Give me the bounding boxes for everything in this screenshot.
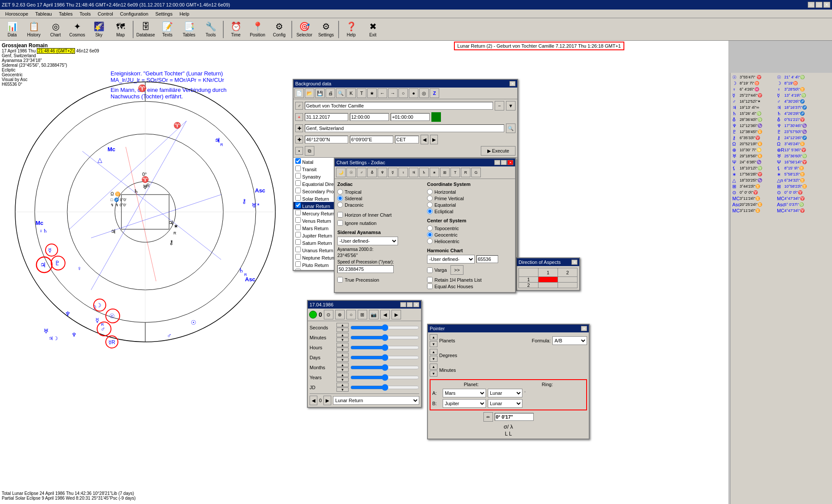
time-tb3[interactable]: ○ [346,310,356,319]
bg-zone-prev[interactable]: ◀ [421,135,428,144]
bg-location-input[interactable] [305,124,504,132]
bg-tb-k[interactable]: K [346,88,356,98]
dir-1-2[interactable] [558,277,578,283]
btn-data[interactable]: 📊 Data [2,20,23,39]
bg-lon-input[interactable] [350,136,393,143]
cs-tb9[interactable]: ♄ [419,168,429,177]
min-slider[interactable] [350,334,419,341]
cs-close-btn[interactable]: ✕ [507,160,513,165]
ptr-edit-btn[interactable]: ✏ [483,412,493,422]
ptr-min-down[interactable]: ▼ [430,371,437,377]
maximize-btn[interactable]: □ [816,2,822,8]
btn-time[interactable]: ⏰ Time [225,20,246,39]
hours-slider[interactable] [350,344,419,351]
btn-tools[interactable]: 🔧 Tools [200,20,221,39]
bg-tb-mag[interactable]: 🔍 [336,88,346,98]
menu-tables[interactable]: Tables [55,10,76,17]
bg-loc-icon[interactable]: ✚ [295,124,303,132]
cs-tb-g[interactable]: G [471,168,481,177]
ptr-b-ring[interactable]: Lunar [488,399,522,408]
sec-down[interactable]: ▼ [336,328,349,332]
cs-tb3[interactable]: ♂ [357,168,366,177]
bg-zone-next[interactable]: ▶ [430,135,438,144]
btn-selector[interactable]: 🎯 Selector [294,20,315,39]
days-up[interactable]: ▲ [336,353,349,357]
bg-tb-ring[interactable]: ◎ [419,88,429,98]
years-slider[interactable] [350,374,419,381]
minimize-btn[interactable]: ─ [808,2,815,8]
ptr-formula-select[interactable]: A/B [552,336,587,345]
cs-tb8[interactable]: ♃ [409,168,418,177]
btn-position[interactable]: 📍 Position [247,20,268,39]
btn-exit[interactable]: ✖ Exit [362,20,383,39]
bg-tb-dot[interactable]: ● [409,88,418,98]
menu-control[interactable]: Control [94,10,116,17]
bg-date-input[interactable] [305,113,348,121]
ptr-b-planet[interactable]: Jupiter [443,399,486,408]
bg-tb-t[interactable]: T [357,88,366,98]
btn-config[interactable]: ⚙ Config [269,20,290,39]
bg-close-btn[interactable]: ✕ [509,81,516,86]
menu-horoscope[interactable]: Horoscope [2,10,32,17]
dir-1-1[interactable] [538,277,558,283]
days-down[interactable]: ▼ [336,358,349,362]
bg-latlon-icon[interactable]: ✚ [295,136,303,143]
harmonic-num[interactable] [476,255,498,263]
sec-slider[interactable] [350,324,419,331]
time-bottom-prev[interactable]: ◀ [310,396,317,405]
menu-tools[interactable]: Tools [76,10,95,17]
time-next[interactable]: ▶ [392,310,401,319]
jd-up[interactable]: ▲ [336,383,349,387]
jd-down[interactable]: ▼ [336,387,349,392]
menu-help[interactable]: Help [176,10,193,17]
sec-up[interactable]: ▲ [336,323,349,327]
btn-sky[interactable]: 🌠 Sky [88,20,109,39]
bg-tz-input[interactable] [391,113,430,121]
ayanamsa-select[interactable]: -User defined- [337,237,398,245]
btn-settings[interactable]: ⚙ Settings [316,20,336,39]
bg-tb-open[interactable]: 📂 [305,88,314,98]
bg-name-input[interactable] [305,102,493,110]
time-tb5[interactable]: 📷 [369,310,378,319]
bg-tb-circle[interactable]: ○ [398,88,408,98]
ptr-close[interactable]: ✕ [581,326,587,331]
hours-up[interactable]: ▲ [336,343,349,347]
btn-map[interactable]: 🗺 Map [110,20,131,39]
speed-prec-input[interactable] [337,265,394,273]
bg-name-btn[interactable]: ♂ [295,102,303,110]
months-down[interactable]: ▼ [336,367,349,372]
ptr-up[interactable]: ▲ [430,334,437,340]
btn-texts[interactable]: 📝 Texts [157,20,178,39]
months-slider[interactable] [350,364,419,371]
ptr-deg-down[interactable]: ▼ [430,356,437,362]
time-min-btn[interactable]: ─ [400,302,406,307]
ptr-min-up[interactable]: ▲ [430,364,437,370]
bg-tb-arrow1[interactable]: ← [378,88,387,98]
time-tb2[interactable]: ⊗ [335,310,345,319]
menu-settings[interactable]: Settings [152,10,176,17]
time-max-btn[interactable]: □ [407,302,413,307]
cs-min-btn[interactable]: ─ [494,160,500,165]
btn-database[interactable]: 🗄 Database [135,20,156,39]
bg-tb-arrow2[interactable]: → [388,88,398,98]
btn-help[interactable]: ❓ Help [341,20,362,39]
jd-slider[interactable] [350,384,419,391]
btn-chart[interactable]: ◎ Chart [45,20,66,39]
ptr-value-display[interactable] [495,413,534,421]
hours-down[interactable]: ▼ [336,348,349,352]
bg-tb-print[interactable]: 🖨 [326,88,335,98]
harmonic-select[interactable]: -User defined- [427,255,475,263]
menu-configuration[interactable]: Configuration [117,10,152,17]
bg-date-icon[interactable]: + [295,113,303,121]
cs-tb1[interactable]: 🌙 [336,168,346,177]
years-up[interactable]: ▲ [336,373,349,377]
btn-cosmos[interactable]: ✦ Cosmos [67,20,88,39]
cs-tb7[interactable]: ♀ [398,168,408,177]
cs-tb-r[interactable]: R [461,168,470,177]
cs-tb2[interactable]: ☉ [346,168,356,177]
bg-zone-input[interactable] [395,136,419,143]
time-mode-select[interactable]: Lunar Return [333,396,419,405]
cs-max-btn[interactable]: □ [501,160,507,165]
bg-loc-search[interactable]: 🔍 [506,124,516,133]
bg-minus-btn[interactable]: − [495,101,504,111]
